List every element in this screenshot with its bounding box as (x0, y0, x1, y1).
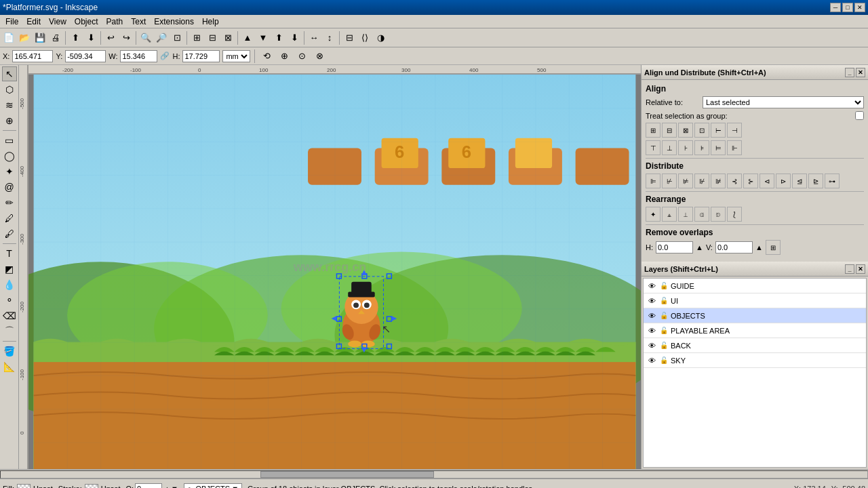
align-btn-11[interactable]: ⊨ (711, 140, 726, 155)
v-up-icon[interactable]: ▲ (755, 243, 763, 251)
rearrange-btn-4[interactable]: ⟃ (694, 207, 709, 222)
h-up-icon[interactable]: ▲ (696, 243, 703, 251)
align-right-edges[interactable]: ⊠ (678, 123, 693, 138)
dist-btn-9[interactable]: ⊳ (776, 174, 791, 188)
layer-eye-2[interactable]: 👁 (646, 310, 657, 321)
align-btn-9[interactable]: ⊦ (678, 140, 693, 155)
dist-btn-1[interactable]: ⊫ (646, 174, 660, 188)
unit-select[interactable]: mm px pt (222, 50, 250, 62)
layers-panel-minimize[interactable]: _ (845, 264, 854, 274)
fill-swatch[interactable] (17, 484, 31, 489)
flip-v-button[interactable]: ↕ (322, 30, 337, 45)
layer-item-guide[interactable]: 👁🔓GUIDE (644, 279, 866, 293)
layers-panel-close[interactable]: ✕ (856, 264, 865, 274)
maximize-button[interactable]: □ (842, 3, 853, 12)
minimize-button[interactable]: ─ (830, 3, 841, 12)
align-bottom-edges[interactable]: ⊣ (727, 123, 742, 138)
connector-tool[interactable]: ⌒ (2, 324, 17, 339)
menu-extensions[interactable]: Extensions (150, 16, 198, 28)
rearrange-btn-6[interactable]: ⟅ (727, 207, 742, 222)
dist-btn-11[interactable]: ⊵ (808, 174, 823, 188)
raise-button[interactable]: ▲ (240, 30, 255, 45)
x-input[interactable] (12, 50, 53, 62)
stroke-swatch[interactable] (85, 484, 98, 489)
relative-select[interactable]: Last selected First selected Page Drawin… (703, 96, 864, 108)
align-left-edges[interactable]: ⊞ (646, 123, 660, 138)
measure-tool[interactable]: 📐 (2, 359, 17, 374)
align-center-on-vert-axis[interactable]: ⊟ (662, 123, 677, 138)
print-button[interactable]: 🖨 (48, 30, 63, 45)
gradient-tool[interactable]: ◩ (2, 262, 17, 277)
align-btn-7[interactable]: ⊤ (646, 140, 660, 155)
spray-tool[interactable]: ⚬ (2, 293, 17, 308)
lock-ratio-icon[interactable]: 🔗 (160, 52, 170, 60)
group-button[interactable]: ⊟ (205, 30, 220, 45)
new-button[interactable]: 📄 (1, 30, 16, 45)
dist-btn-10[interactable]: ⊴ (792, 174, 807, 188)
v-overlap-input[interactable] (715, 241, 753, 253)
dropper-tool[interactable]: 💧 (2, 277, 17, 292)
import-button[interactable]: ⬆ (68, 30, 83, 45)
select-all-button[interactable]: ⊞ (189, 30, 204, 45)
layer-lock-1[interactable]: 🔓 (658, 296, 669, 306)
menu-help[interactable]: Help (198, 16, 223, 28)
close-button[interactable]: ✕ (854, 3, 865, 12)
dist-btn-6[interactable]: ⊰ (727, 174, 742, 188)
tweak-tool[interactable]: ≋ (2, 98, 17, 113)
menu-view[interactable]: View (45, 16, 71, 28)
y-input[interactable] (65, 50, 106, 62)
dist-btn-2[interactable]: ⊬ (662, 174, 677, 188)
layer-eye-4[interactable]: 👁 (646, 340, 657, 351)
fill-tool[interactable]: 🪣 (2, 344, 17, 359)
dist-btn-5[interactable]: ⊯ (711, 174, 726, 188)
eraser-tool[interactable]: ⌫ (2, 308, 17, 323)
layer-lock-2[interactable]: 🔓 (658, 310, 669, 321)
align-btn-10[interactable]: ⊧ (694, 140, 709, 155)
align-btn-12[interactable]: ⊩ (727, 140, 742, 155)
spiral-tool[interactable]: @ (2, 180, 17, 195)
text-tool[interactable]: T (2, 246, 17, 261)
layer-item-playable-area[interactable]: 👁🔓PLAYABLE AREA (644, 323, 866, 338)
w-input[interactable] (120, 50, 157, 62)
align-panel-close[interactable]: ✕ (856, 68, 865, 77)
xml-editor-button[interactable]: ⟨⟩ (357, 30, 372, 45)
align-center-on-horiz-axis[interactable]: ⊢ (711, 123, 726, 138)
layer-item-sky[interactable]: 👁🔓SKY (644, 353, 866, 368)
apply-overlaps-btn[interactable]: ⊞ (766, 240, 781, 255)
layer-lock-4[interactable]: 🔓 (658, 340, 669, 351)
align-panel-button[interactable]: ⊟ (342, 30, 357, 45)
menu-text[interactable]: Text (127, 16, 150, 28)
hscroll[interactable] (0, 469, 868, 479)
fill-stroke-button[interactable]: ◑ (373, 30, 388, 45)
lower-bottom-button[interactable]: ⬇ (287, 30, 302, 45)
h-input[interactable] (182, 50, 220, 62)
rearrange-btn-2[interactable]: ⟁ (662, 207, 677, 222)
lower-button[interactable]: ▼ (256, 30, 271, 45)
layer-lock-3[interactable]: 🔓 (658, 325, 669, 336)
rearrange-btn-5[interactable]: ⟄ (711, 207, 726, 222)
layer-lock-0[interactable]: 🔓 (658, 281, 669, 291)
rearrange-btn-1[interactable]: ✦ (646, 207, 660, 222)
layer-indicator[interactable]: ● •OBJECTS ▼ (184, 483, 242, 489)
menu-path[interactable]: Path (102, 16, 127, 28)
menu-object[interactable]: Object (71, 16, 102, 28)
transform-button[interactable]: ⟲ (259, 49, 274, 64)
treat-group-checkbox[interactable] (855, 111, 864, 120)
zoom-in-button[interactable]: 🔍 (138, 30, 153, 45)
save-button[interactable]: 💾 (33, 30, 47, 45)
ungroup-button[interactable]: ⊠ (220, 30, 235, 45)
layer-eye-5[interactable]: 👁 (646, 355, 657, 366)
layer-eye-3[interactable]: 👁 (646, 325, 657, 336)
layer-lock-5[interactable]: 🔓 (658, 355, 669, 366)
raise-top-button[interactable]: ⬆ (271, 30, 286, 45)
snap2-button[interactable]: ⊙ (294, 49, 309, 64)
layer-eye-0[interactable]: 👁 (646, 281, 657, 291)
align-top-edges[interactable]: ⊡ (694, 123, 709, 138)
star-tool[interactable]: ✦ (2, 164, 17, 179)
flip-h-button[interactable]: ↔ (307, 30, 321, 45)
pencil-tool[interactable]: ✏ (2, 195, 17, 210)
opacity-input[interactable] (135, 483, 162, 489)
calligraphy-tool[interactable]: 🖋 (2, 226, 17, 241)
align-btn-8[interactable]: ⊥ (662, 140, 677, 155)
circle-tool[interactable]: ◯ (2, 148, 17, 163)
